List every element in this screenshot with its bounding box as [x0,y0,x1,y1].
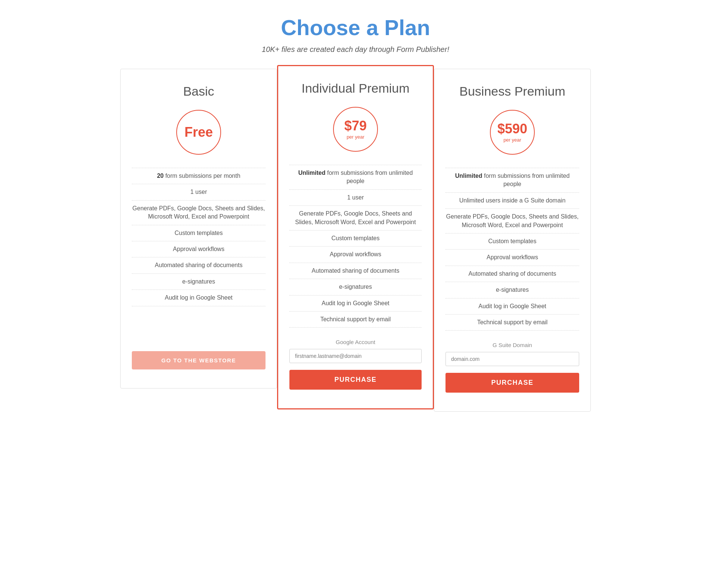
page-title: Choose a Plan [7,15,704,40]
price-period-business: per year [503,137,521,143]
webstore-button-basic[interactable]: GO TO THE WEBSTORE [132,351,266,369]
list-item: Audit log in Google Sheet [289,295,422,312]
price-period-individual: per year [347,134,364,140]
list-item: Unlimited form submissions from unlimite… [445,168,579,193]
list-item: Technical support by email [445,315,579,331]
features-list-individual: Unlimited form submissions from unlimite… [289,165,422,328]
list-item: Automated sharing of documents [445,266,579,282]
plan-name-business: Business Premium [445,84,579,99]
list-item: Unlimited form submissions from unlimite… [289,165,422,190]
price-circle-business: $590per year [490,110,535,155]
list-item: Automated sharing of documents [289,263,422,279]
plan-card-individual: Individual Premium$79per yearUnlimited f… [277,65,434,409]
list-item: Custom templates [132,225,266,241]
list-item: Approval workflows [445,250,579,266]
list-item: Generate PDFs, Google Docs, Sheets and S… [289,206,422,230]
plan-card-basic: BasicFree20 form submissions per month1 … [120,69,277,389]
input-label-individual: Google Account [289,339,422,345]
list-item: Approval workflows [132,241,266,257]
input-label-business: G Suite Domain [445,342,579,348]
plans-container: BasicFree20 form submissions per month1 … [38,69,673,412]
list-item: e-signatures [132,274,266,290]
list-item: Generate PDFs, Google Docs, Sheets and S… [445,209,579,233]
list-item: 20 form submissions per month [132,168,266,184]
plan-name-individual: Individual Premium [289,81,422,96]
purchase-button-business[interactable]: PURCHASE [445,373,579,393]
list-item: Unlimited users inside a G Suite domain [445,193,579,209]
list-item: Audit log in Google Sheet [132,290,266,306]
features-list-basic: 20 form submissions per month1 userGener… [132,168,266,306]
account-input-business[interactable] [445,352,579,366]
list-item: Audit log in Google Sheet [445,298,579,315]
price-amount-basic: Free [184,126,213,139]
page-header: Choose a Plan 10K+ files are created eac… [7,15,704,54]
account-input-individual[interactable] [289,349,422,363]
list-item: Custom templates [289,230,422,247]
list-item: e-signatures [289,279,422,295]
price-circle-basic: Free [176,110,221,155]
list-item: e-signatures [445,282,579,298]
plan-name-basic: Basic [132,84,266,99]
list-item: 1 user [132,184,266,200]
list-item: Generate PDFs, Google Docs, Sheets and S… [132,201,266,225]
price-amount-business: $590 [497,122,527,136]
price-circle-individual: $79per year [333,107,378,152]
list-item: Automated sharing of documents [132,257,266,273]
purchase-button-individual[interactable]: PURCHASE [289,370,422,390]
list-item: Technical support by email [289,312,422,328]
list-item: Custom templates [445,233,579,250]
list-item: Approval workflows [289,247,422,263]
features-list-business: Unlimited form submissions from unlimite… [445,168,579,331]
list-item: 1 user [289,190,422,206]
page-subtitle: 10K+ files are created each day through … [7,45,704,54]
plan-card-business: Business Premium$590per yearUnlimited fo… [434,69,591,412]
price-amount-individual: $79 [344,119,367,133]
